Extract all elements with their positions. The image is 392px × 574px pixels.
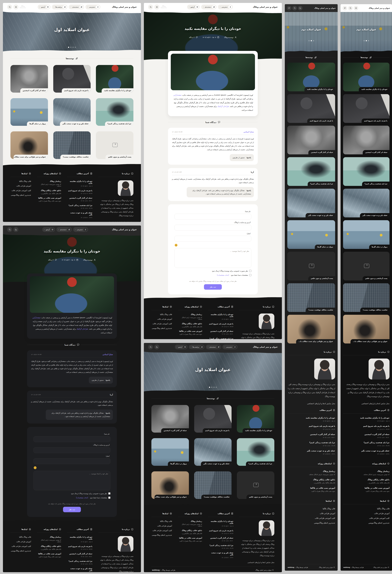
comment-author[interactable]: آریا <box>251 171 254 173</box>
footer-latest-item-title[interactable]: خودتان را با دیگران مقایسه نکنید <box>67 180 92 184</box>
footer-link[interactable]: جدیدترین کدهای وبلاگ‌نویسی <box>151 327 172 329</box>
post-title[interactable]: عجله نکن و به خودت سخت نگیر <box>60 122 91 126</box>
post-title[interactable]: خودتان را با دیگران مقایسه نکنید <box>304 87 335 91</box>
link-item[interactable]: جدیدترین کدهای وبلاگ‌نویسی <box>343 522 390 524</box>
post-card[interactable]: پرواز در دنیای گل‌ها <box>287 220 335 249</box>
footer-latest-item[interactable]: جمله اثر گذار آلبرت انیشتین ۲۲:۴۰ - ۱۴۰۴… <box>67 553 92 557</box>
footer-latest-item-title[interactable]: عجله نکن و به خودت سخت نگیر <box>67 568 92 572</box>
post-card[interactable]: خودتان را با دیگران مقایسه نکنید <box>343 63 390 91</box>
footer-latest-item[interactable]: خودتان را با دیگران مقایسه نکنید ۱۵:۰۷ -… <box>67 536 92 543</box>
post-card[interactable]: جمله اثر گذار آلبرت انیشتین <box>151 405 189 432</box>
footer-daily-item-title[interactable]: آموزش نصب قالب در بلاگفا <box>178 330 202 332</box>
site-title[interactable]: عنوان و تیتر اصلی وبلاگ <box>369 7 390 9</box>
email-input[interactable] <box>34 458 110 464</box>
save-info-checkbox[interactable] <box>249 274 251 276</box>
latest-item-title[interactable]: عجله نکن و به خودت سخت نگیر <box>343 450 390 452</box>
menu-button[interactable] <box>287 6 291 10</box>
nav-item-category[interactable]: دسته‌بندی ‹ <box>69 5 84 9</box>
hero-slider[interactable]: عنوان اسلاید دوم <box>341 12 392 52</box>
email-input[interactable] <box>174 236 251 242</box>
slider-dots[interactable] <box>285 40 338 41</box>
latest-item[interactable]: خودتان را با دیگران مقایسه نکنید ۱۵:۰۷ -… <box>343 417 390 422</box>
comment-textarea[interactable] <box>34 471 110 490</box>
post-title[interactable]: شکست مخالف موفقیت نیست! <box>60 155 91 159</box>
daily-link-item[interactable]: زیباساز وبلاگ کد موس، پس‌زمینه، بارش اشک… <box>287 470 335 475</box>
comment-textarea[interactable] <box>174 248 251 268</box>
footer-latest-item-title[interactable]: عجله نکن و به خودت سخت نگیر <box>67 212 92 216</box>
link-item[interactable]: جدیدترین کدهای وبلاگ‌نویسی <box>287 522 335 524</box>
post-card[interactable]: چرا باید هدفمند زندگی کنیم؟ <box>343 157 390 186</box>
site-title[interactable]: عنوان و تیتر اصلی وبلاگ <box>112 6 137 8</box>
footer-daily-item[interactable]: زیباساز وبلاگ کد موس، پس‌زمینه، بارش اشک… <box>37 180 61 187</box>
post-title[interactable]: پست آزمایشی و بدون عکس <box>105 155 133 159</box>
post-card[interactable]: عنوان و تیتر طولانی برای تست مطالب با... <box>343 315 390 344</box>
nav-item-archive[interactable]: آرشیو ‹ <box>42 227 55 232</box>
submit-comment-button[interactable]: ثبت نظر <box>63 507 81 512</box>
site-title[interactable]: عنوان و تیتر اصلی وبلاگ <box>253 6 278 8</box>
latest-item[interactable]: جمله اثر گذار آلبرت انیشتین ۲۲:۴۰ - ۱۴۰۴… <box>287 433 335 438</box>
footer-link[interactable]: جدیدترین کدهای وبلاگ‌نویسی <box>151 534 172 536</box>
footer-latest-item[interactable]: چرا باید هدفمند زندگی کنیم؟ ۲۲:۲۹ - ۱۴۰۴… <box>67 205 92 209</box>
theme-toggle-button[interactable] <box>13 4 19 9</box>
latest-item[interactable]: چرا باید هدفمند زندگی کنیم؟ ۲۲:۲۹ - ۱۴۰۴… <box>287 442 335 447</box>
footer-latest-item[interactable]: عجله نکن و به خودت سخت نگیر ۱۳:۲۱ - ۱۴۰۱… <box>67 212 92 218</box>
footer-latest-item[interactable]: عجله نکن و به خودت سخت نگیر ۱۳:۲۱ - ۱۴۰۱… <box>208 552 233 558</box>
footer-daily-item-title[interactable]: زیباساز وبلاگ <box>178 313 202 315</box>
link-item[interactable]: قالب وبلاگ بلاگفا <box>343 508 390 510</box>
name-input[interactable] <box>174 214 251 220</box>
link-item[interactable]: قالب وبلاگ بلاگفا <box>287 508 335 510</box>
footer-daily-item-title[interactable]: آموزش نصب قالب در بلاگفا <box>37 197 61 199</box>
daily-link-item[interactable]: آموزش نصب قالب در بلاگفا نحوه نصب قالب و… <box>287 487 335 492</box>
smiley-emoji-button[interactable] <box>175 244 177 246</box>
latest-item-title[interactable]: با هرچه داریم باید شروع کنیم <box>343 425 390 427</box>
latest-item[interactable]: عجله نکن و به خودت سخت نگیر ۱۳:۲۱ - ۱۴۰۱… <box>343 450 390 455</box>
post-title[interactable]: شکست مخالف موفقیت نیست! <box>201 495 232 499</box>
article-link[interactable]: طراحان گرافیک <box>77 328 88 330</box>
latest-item[interactable]: خودتان را با دیگران مقایسه نکنید ۱۵:۰۷ -… <box>287 417 335 422</box>
footer-daily-item-title[interactable]: دانلود قالب رایگان وبلاگ <box>178 530 202 532</box>
footer-link[interactable]: قالب وبلاگ بلاگفا <box>151 520 172 522</box>
search-button[interactable] <box>148 4 153 9</box>
post-card[interactable]: عجله نکن و به خودت سخت نگیر <box>287 189 335 217</box>
footer-daily-item[interactable]: دانلود قالب رایگان وبلاگ قالب‌های بلاگفا… <box>178 530 202 534</box>
latest-item-title[interactable]: با هرچه داریم باید شروع کنیم <box>287 425 335 427</box>
post-card[interactable]: پست آزمایشی و بدون عکس <box>96 131 133 159</box>
hero-slider[interactable]: عنوان اسلاید اول <box>144 351 282 391</box>
post-title[interactable]: جمله اثر گذار آلبرت انیشتین <box>161 428 189 432</box>
post-title[interactable]: پرواز در دنیای گل‌ها <box>369 245 390 249</box>
slider-dots[interactable] <box>144 387 282 388</box>
footer-daily-item-title[interactable]: دانلود قالب رایگان وبلاگ <box>37 545 61 547</box>
post-title[interactable]: چرا باید هدفمند زندگی کنیم؟ <box>308 182 335 186</box>
link-item[interactable]: آموزش طراحی قالب <box>343 512 390 514</box>
footer-latest-item[interactable]: چرا باید هدفمند زندگی کنیم؟ ۲۲:۲۹ - ۱۴۰۴… <box>208 544 233 549</box>
footer-daily-item[interactable]: دانلود قالب رایگان وبلاگ قالب‌های بلاگفا… <box>178 323 202 328</box>
post-card[interactable]: شکست مخالف موفقیت نیست! <box>194 471 232 499</box>
hero-slider[interactable]: عنوان اسلاید دوم <box>285 12 338 52</box>
theme-toggle-button[interactable] <box>354 6 358 10</box>
save-info-checkbox[interactable] <box>108 497 110 499</box>
footer-latest-item-title[interactable]: خودتان را با دیگران مقایسه نکنید <box>67 536 92 540</box>
delete-info-link[interactable]: [حذف مشخصات] <box>217 274 229 276</box>
daily-link-title[interactable]: زیباساز وبلاگ <box>287 470 335 472</box>
post-author[interactable]: نویسنده وبلاگ <box>83 259 96 261</box>
post-card[interactable]: با هرچه داریم باید شروع کنیم <box>343 94 390 123</box>
footer-daily-item-title[interactable]: زیباساز وبلاگ <box>178 520 202 522</box>
latest-item-title[interactable]: خودتان را با دیگران مقایسه نکنید <box>287 417 335 419</box>
nav-item-archive[interactable]: آرشیو ‹ <box>38 5 50 9</box>
latest-item[interactable]: با هرچه داریم باید شروع کنیم ۲۳:۲۴ - ۱۴۰… <box>287 425 335 430</box>
link-item[interactable]: کلیپ آموزشی طراحی قالب <box>343 517 390 519</box>
link-item[interactable]: کلیپ آموزشی طراحی قالب <box>287 517 335 519</box>
daily-link-title[interactable]: دانلود قالب رایگان وبلاگ <box>343 479 390 481</box>
post-card[interactable]: با هرچه داریم باید شروع کنیم <box>287 94 335 123</box>
post-title[interactable]: با هرچه داریم باید شروع کنیم <box>203 428 232 432</box>
private-comment-checkbox[interactable] <box>108 492 110 494</box>
nav-item-tags[interactable]: برچسب‌ها ‹ <box>52 5 67 9</box>
nav-item-archive[interactable]: آرشیو ‹ <box>175 345 188 349</box>
footer-link[interactable]: کلیپ آموزشی طراحی قالب <box>151 323 172 325</box>
footer-daily-item-title[interactable]: زیباساز وبلاگ <box>37 536 61 538</box>
footer-daily-item-title[interactable]: دانلود قالب رایگان وبلاگ <box>37 189 61 191</box>
post-title[interactable]: چرا باید هدفمند زندگی کنیم؟ <box>105 122 133 126</box>
post-title[interactable]: چرا باید هدفمند زندگی کنیم؟ <box>246 461 274 466</box>
latest-item[interactable]: عجله نکن و به خودت سخت نگیر ۱۳:۲۱ - ۱۴۰۱… <box>287 450 335 455</box>
post-title[interactable]: با هرچه داریم باید شروع کنیم <box>307 119 335 123</box>
